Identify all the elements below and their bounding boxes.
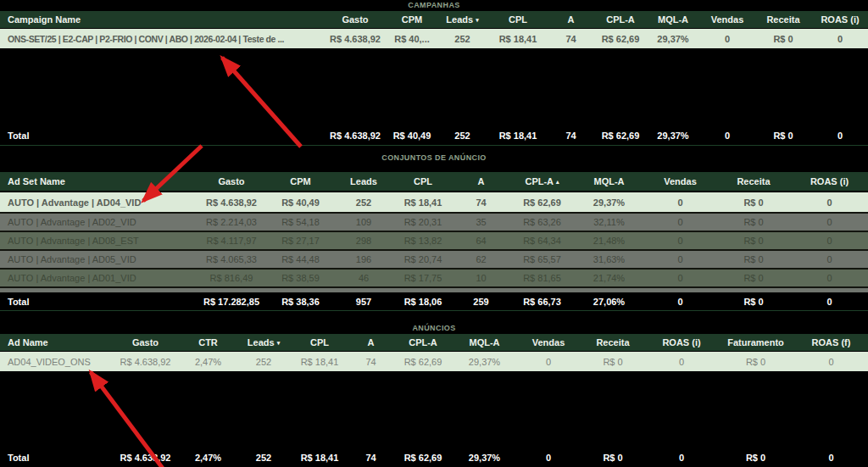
row-name-cell: AUTO | Advantage | AD04_VID	[0, 197, 195, 208]
metric-cell: R$ 4.065,33	[195, 254, 268, 264]
table-row[interactable]: AUTO | Advantage | AD04_VIDR$ 4.638,92R$…	[0, 192, 868, 212]
column-header[interactable]: Campaign Name	[0, 14, 322, 25]
metric-cell: R$ 4.638,92	[110, 357, 181, 367]
metric-cell: 62	[452, 254, 510, 264]
total-metric-cell: R$ 4.638,92	[110, 453, 181, 463]
table-row[interactable]: AD04_VIDEO_ONSR$ 4.638,922,47%252R$ 18,4…	[0, 352, 868, 371]
column-header[interactable]: MQL-A	[574, 176, 644, 186]
metric-cell: 35	[452, 217, 510, 227]
column-header[interactable]: Receita	[716, 176, 791, 186]
metric-cell: R$ 18,41	[489, 34, 547, 44]
column-header[interactable]: Ad Set Name	[0, 176, 195, 186]
column-header[interactable]: MQL-A	[452, 337, 517, 347]
column-header-label: Campaign Name	[8, 14, 81, 25]
column-header[interactable]: Gasto	[322, 14, 388, 25]
metric-cell: 64	[452, 236, 510, 246]
column-header-label: Gasto	[132, 337, 159, 347]
column-header-label: A	[368, 337, 375, 347]
column-header[interactable]: CPL-A▴	[510, 176, 574, 186]
column-header[interactable]: CPL	[292, 337, 348, 347]
column-header-label: CPL	[310, 337, 329, 347]
table-row[interactable]: AUTO | Advantage | AD08_ESTR$ 4.117,97R$…	[0, 231, 868, 249]
metric-cell: 74	[547, 34, 595, 44]
column-header[interactable]: ROAS (i)	[646, 337, 717, 347]
column-header[interactable]: A	[452, 176, 510, 186]
ads-table-body: AD04_VIDEO_ONSR$ 4.638,922,47%252R$ 18,4…	[0, 352, 868, 371]
table-row[interactable]: AUTO | Advantage | AD05_VIDR$ 4.065,33R$…	[0, 249, 868, 268]
column-header[interactable]: CPL-A	[394, 337, 452, 347]
column-header[interactable]: A	[547, 14, 595, 25]
table-row[interactable]: ONS-SET/25 | E2-CAP | P2-FRIO | CONV | A…	[0, 29, 868, 48]
column-header[interactable]: CPM	[268, 176, 333, 186]
adsets-table-body: AUTO | Advantage | AD04_VIDR$ 4.638,92R$…	[0, 192, 868, 305]
column-header-label: A	[568, 14, 575, 25]
total-metric-cell: R$ 38,36	[268, 297, 333, 307]
table-row[interactable]: AUTO | Advantage | AD02_VIDR$ 2.214,03R$…	[0, 212, 868, 231]
metric-cell: 109	[333, 217, 394, 227]
column-header[interactable]: Vendas	[700, 14, 754, 25]
column-header-label: CPM	[402, 14, 422, 25]
metric-cell: 0	[646, 357, 717, 367]
metric-cell: R$ 20,31	[394, 217, 452, 227]
total-metric-cell: R$ 18,41	[489, 131, 547, 141]
metric-cell: 196	[333, 254, 394, 264]
metric-cell: 21,74%	[574, 273, 644, 283]
metric-cell: R$ 18,41	[394, 197, 452, 208]
column-header[interactable]: Vendas	[644, 176, 716, 186]
column-header[interactable]: CPL-A	[595, 14, 646, 25]
column-header[interactable]: Gasto	[195, 176, 268, 186]
column-header[interactable]: CPL	[489, 14, 547, 25]
metric-cell: R$ 0	[716, 217, 791, 227]
column-header-label: CPL-A	[606, 14, 635, 25]
column-header[interactable]: Receita	[580, 337, 646, 347]
column-header[interactable]: A	[348, 337, 394, 347]
column-header[interactable]: Leads	[333, 176, 394, 186]
metric-cell: R$ 4.638,92	[195, 197, 268, 208]
column-header-label: CPL-A	[409, 337, 437, 347]
metric-cell: 74	[452, 197, 510, 208]
ads-table: ANÚNCIOS Ad NameGastoCTRLeads▾CPLACPL-AM…	[0, 323, 868, 467]
metric-cell: R$ 62,69	[510, 197, 574, 208]
row-name-cell: AUTO | Advantage | AD08_EST	[0, 236, 195, 246]
metric-cell: 29,37%	[574, 197, 644, 208]
total-metric-cell: 0	[812, 131, 868, 141]
metric-cell: R$ 40,49	[268, 197, 333, 208]
column-header[interactable]: ROAS (f)	[794, 337, 868, 347]
column-header[interactable]: Receita	[754, 14, 812, 25]
column-header[interactable]: ROAS (i)	[812, 14, 868, 25]
column-header[interactable]: Faturamento	[717, 337, 794, 347]
column-header[interactable]: MQL-A	[646, 14, 700, 25]
column-header[interactable]: ROAS (i)	[791, 176, 868, 186]
ads-table-title: ANÚNCIOS	[0, 323, 868, 333]
campaigns-header-row: Campaign NameGastoCPMLeads▾CPLACPL-AMQL-…	[0, 11, 868, 29]
total-metric-cell: 0	[794, 453, 868, 463]
metric-cell: 298	[333, 236, 394, 246]
column-header[interactable]: CTR	[181, 337, 236, 347]
metric-cell: R$ 0	[716, 197, 791, 208]
column-header[interactable]: CPM	[388, 14, 436, 25]
column-header[interactable]: Leads▾	[436, 14, 489, 25]
total-metric-cell: R$ 0	[717, 453, 794, 463]
column-header-label: Ad Name	[8, 337, 48, 347]
campaigns-table-body: ONS-SET/25 | E2-CAP | P2-FRIO | CONV | A…	[0, 29, 868, 48]
metric-cell: 29,37%	[646, 34, 700, 44]
metric-cell: 0	[644, 254, 716, 264]
column-header[interactable]: Gasto	[110, 337, 181, 347]
column-header[interactable]: Ad Name	[0, 337, 110, 347]
table-row[interactable]: AUTO | Advantage | AD01_VIDR$ 816,49R$ 3…	[0, 268, 868, 286]
column-header[interactable]: Vendas	[517, 337, 580, 347]
column-header[interactable]: CPL	[394, 176, 452, 186]
metric-cell: R$ 0	[716, 254, 791, 264]
column-header-label: ROAS (f)	[812, 337, 851, 347]
column-header-label: CPL	[509, 14, 527, 25]
metric-cell: R$ 2.214,03	[195, 217, 268, 227]
metric-cell: R$ 54,18	[268, 217, 333, 227]
metric-cell: 252	[436, 34, 489, 44]
column-header-label: MQL-A	[658, 14, 688, 25]
total-metric-cell: 2,47%	[181, 453, 236, 463]
column-header-label: Leads	[350, 176, 377, 186]
metric-cell: R$ 0	[580, 357, 646, 367]
campaigns-table-title: CAMPANHAS	[0, 0, 868, 10]
column-header[interactable]: Leads▾	[236, 337, 292, 347]
metric-cell: 21,48%	[574, 236, 644, 246]
